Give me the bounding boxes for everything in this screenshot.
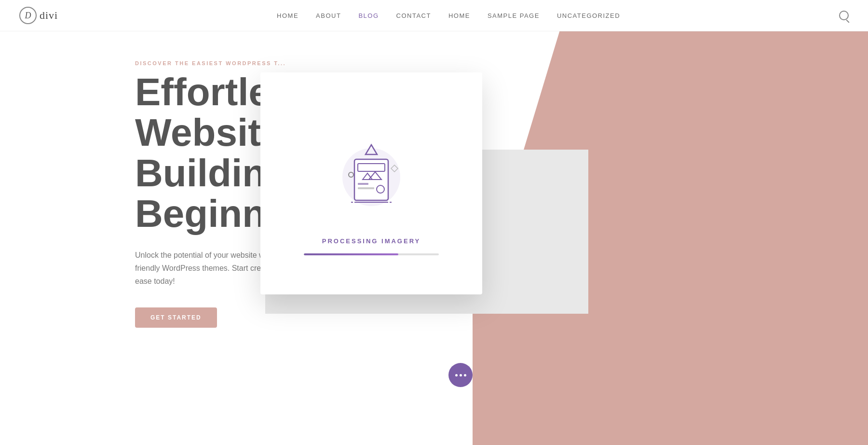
nav-uncategorized[interactable]: UNCATEGORIZED (557, 12, 620, 19)
nav-about[interactable]: ABOUT (316, 12, 341, 19)
nav-home[interactable]: HOME (277, 12, 298, 19)
svg-rect-11 (358, 187, 374, 189)
processing-modal: PROCESSING IMAGERY (260, 72, 482, 294)
processing-label: PROCESSING IMAGERY (322, 237, 420, 245)
discover-label: DISCOVER THE EASIEST WORDPRESS T... (135, 60, 395, 66)
svg-rect-10 (358, 183, 368, 185)
search-icon[interactable] (839, 11, 849, 20)
logo-text: divi (40, 9, 58, 22)
nav-blog[interactable]: BLOG (358, 12, 379, 19)
progress-bar (304, 253, 439, 255)
logo[interactable]: D divi (19, 7, 58, 24)
progress-bar-fill (304, 253, 398, 255)
dot-1 (455, 374, 458, 376)
modal-icon-area (309, 112, 434, 228)
main-content: DISCOVER THE EASIEST WORDPRESS T... Effo… (0, 31, 868, 445)
processing-illustration (323, 122, 420, 218)
nav-contact[interactable]: CONTACT (396, 12, 431, 19)
dot-2 (460, 374, 462, 376)
logo-icon: D (19, 7, 37, 24)
dots-menu-button[interactable] (448, 363, 473, 387)
dot-3 (464, 374, 466, 376)
nav-links: HOME ABOUT BLOG CONTACT HOME SAMPLE PAGE… (277, 11, 620, 20)
nav-home2[interactable]: HOME (448, 12, 470, 19)
get-started-button[interactable]: GET STARTED (135, 307, 217, 328)
navbar: D divi HOME ABOUT BLOG CONTACT HOME SAMP… (0, 0, 868, 31)
nav-sample-page[interactable]: SAMPLE PAGE (488, 12, 540, 19)
